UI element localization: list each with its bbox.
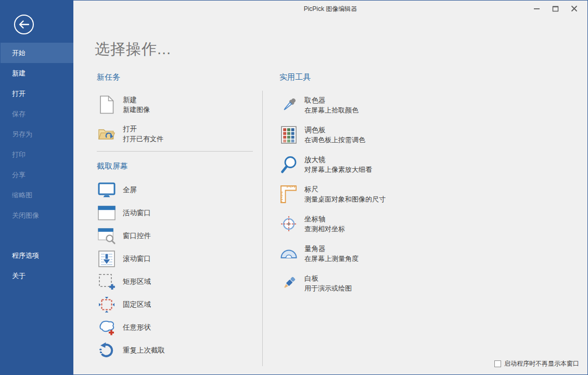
utility-item-protractor[interactable]: 量角器 在屏幕上测量角度: [279, 239, 472, 268]
capture-item-rectangle-region[interactable]: 矩形区域: [97, 270, 253, 293]
sidebar-item-about[interactable]: 关于: [1, 266, 73, 286]
capture-item-label: 窗口控件: [123, 231, 151, 241]
sidebar-item-close-image: 关闭图像: [1, 205, 73, 226]
utility-item-magnifier[interactable]: 放大镜 对屏幕上像素放大细看: [279, 149, 472, 179]
scrolling-window-icon: [98, 251, 116, 267]
utility-item-whiteboard[interactable]: 白板 用于演示或绘图: [279, 268, 472, 298]
utility-item-ruler[interactable]: 标尺 测量桌面对象和图像的尺寸: [279, 179, 472, 209]
protractor-icon: [279, 248, 298, 259]
capture-item-window-control[interactable]: 窗口控件: [97, 224, 253, 247]
utility-item-subtitle: 在屏幕上拾取颜色: [304, 105, 359, 115]
utility-item-subtitle: 用于演示或绘图: [304, 283, 352, 293]
color-picker-icon: [279, 96, 298, 114]
back-button[interactable]: [14, 15, 34, 34]
capture-item-freehand[interactable]: 任意形状: [97, 316, 253, 339]
right-column: 实用工具 取色器 在屏幕上拾取颜色 调色板 在调色板上按需调色: [279, 71, 472, 298]
capture-item-label: 重复上次截取: [123, 346, 165, 355]
capture-item-active-window[interactable]: 活动窗口: [97, 202, 253, 224]
column-divider: [262, 91, 263, 366]
utility-item-subtitle: 对屏幕上像素放大细看: [304, 165, 372, 174]
color-palette-icon: [279, 126, 298, 144]
utility-item-color-picker[interactable]: 取色器 在屏幕上拾取颜色: [279, 90, 472, 120]
sidebar-item-options[interactable]: 程序选项: [1, 245, 73, 266]
task-item-open[interactable]: 打开 打开已有文件: [97, 119, 253, 148]
whiteboard-icon: [279, 274, 298, 292]
titlebar[interactable]: PicPick 图像编辑器: [73, 1, 587, 19]
minimize-icon: [533, 5, 540, 12]
sidebar-item-save: 保存: [1, 104, 73, 124]
open-folder-icon: [98, 126, 116, 142]
sidebar-item-print: 打印: [1, 144, 73, 165]
utility-item-title: 取色器: [304, 95, 359, 105]
window-control-icon: [98, 228, 116, 244]
fixed-region-icon: [98, 296, 116, 313]
utility-item-subtitle: 在屏幕上测量角度: [304, 254, 359, 264]
maximize-icon: [552, 5, 559, 12]
utility-item-subtitle: 查测相对坐标: [304, 224, 345, 234]
utility-item-title: 白板: [304, 273, 352, 283]
close-button[interactable]: [565, 1, 583, 16]
sidebar-item-start[interactable]: 开始: [1, 43, 73, 63]
utility-item-title: 坐标轴: [304, 214, 345, 224]
sidebar-menu: 开始 新建 打开 保存 另存为 打印 分享 缩略图 关闭图像: [1, 43, 73, 226]
utility-item-color-palette[interactable]: 调色板 在调色板上按需调色: [279, 120, 472, 149]
task-item-subtitle: 新建图像: [123, 105, 150, 115]
task-item-title: 打开: [123, 124, 163, 134]
utility-item-title: 标尺: [304, 184, 386, 194]
crosshair-icon: [279, 215, 298, 233]
sidebar: 开始 新建 打开 保存 另存为 打印 分享 缩略图 关闭图像 程序选项 关于: [1, 1, 73, 374]
utility-item-title: 放大镜: [304, 155, 372, 165]
capture-item-label: 任意形状: [123, 323, 151, 332]
picpick-window: PicPick 图像编辑器 开始 新建 打开 保存 另存为 打印 分享 缩略图 …: [0, 0, 588, 375]
startup-hide-option[interactable]: 启动程序时不再显示本窗口: [494, 359, 579, 368]
close-icon: [571, 5, 578, 12]
startup-hide-label: 启动程序时不再显示本窗口: [504, 359, 579, 368]
capture-item-label: 全屏: [123, 185, 137, 195]
capture-item-fullscreen[interactable]: 全屏: [97, 179, 253, 202]
repeat-capture-icon: [98, 342, 116, 359]
capture-item-label: 滚动窗口: [123, 254, 151, 264]
back-arrow-icon: [19, 20, 29, 29]
section-header-new-tasks: 新任务: [97, 71, 253, 84]
utility-list: 取色器 在屏幕上拾取颜色 调色板 在调色板上按需调色 放大镜: [279, 90, 472, 298]
capture-item-fixed-region[interactable]: 固定区域: [97, 293, 253, 316]
page-title: 选择操作...: [95, 39, 171, 60]
utility-item-crosshair[interactable]: 坐标轴 查测相对坐标: [279, 209, 472, 239]
freehand-icon: [98, 320, 116, 335]
capture-item-scrolling-window[interactable]: 滚动窗口: [97, 247, 253, 270]
utility-item-subtitle: 测量桌面对象和图像的尺寸: [304, 194, 386, 204]
section-divider: [97, 151, 253, 152]
window-title: PicPick 图像编辑器: [73, 1, 587, 18]
capture-list: 全屏 活动窗口 窗口控件 滚动窗口: [97, 179, 253, 362]
utility-item-title: 量角器: [304, 244, 359, 254]
sidebar-item-new[interactable]: 新建: [1, 63, 73, 83]
capture-item-label: 矩形区域: [123, 277, 151, 286]
utility-item-subtitle: 在调色板上按需调色: [304, 135, 365, 145]
window-controls: [527, 1, 583, 16]
sidebar-menu-bottom: 程序选项 关于: [1, 245, 73, 286]
task-item-title: 新建: [123, 95, 150, 105]
sidebar-item-save-as: 另存为: [1, 124, 73, 144]
active-window-icon: [98, 206, 116, 220]
utility-item-title: 调色板: [304, 125, 365, 135]
maximize-button[interactable]: [546, 1, 565, 16]
new-file-icon: [98, 95, 116, 114]
startup-hide-checkbox[interactable]: [494, 360, 501, 367]
capture-item-repeat-last[interactable]: 重复上次截取: [97, 339, 253, 362]
sidebar-item-thumbnail: 缩略图: [1, 185, 73, 205]
sidebar-item-share: 分享: [1, 165, 73, 185]
left-column: 新任务 新建 新建图像: [97, 71, 253, 362]
task-item-subtitle: 打开已有文件: [123, 134, 163, 144]
magnifier-icon: [279, 156, 298, 173]
sidebar-item-open[interactable]: 打开: [1, 83, 73, 104]
minimize-button[interactable]: [527, 1, 546, 16]
capture-item-label: 活动窗口: [123, 208, 151, 218]
section-header-utilities: 实用工具: [279, 71, 472, 84]
rectangle-region-icon: [98, 273, 116, 290]
new-task-list: 新建 新建图像 打开 打开已有文件: [97, 90, 253, 148]
capture-item-label: 固定区域: [123, 300, 151, 309]
section-header-screen-capture: 截取屏幕: [97, 160, 253, 173]
ruler-icon: [279, 185, 298, 204]
fullscreen-icon: [98, 182, 116, 198]
task-item-new[interactable]: 新建 新建图像: [97, 90, 253, 119]
